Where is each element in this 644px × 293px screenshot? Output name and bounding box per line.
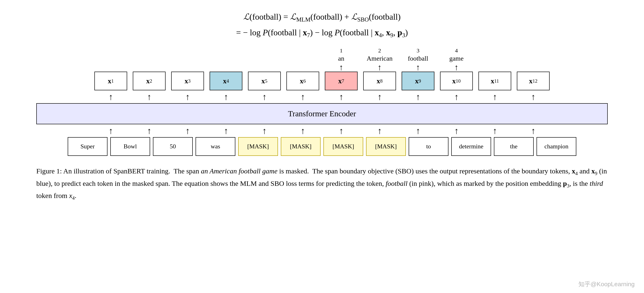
up-arrow-4: ↑ (210, 92, 242, 102)
formula-cal-L: ℒ (243, 12, 250, 21)
figure-caption: Figure 1: An illustration of SpanBERT tr… (29, 165, 615, 202)
up-arrow-5: ↑ (248, 92, 281, 102)
formula-line1: ℒ(football) = ℒMLM(football) + ℒSBO(foot… (19, 9, 625, 25)
token-x6: x6 (286, 72, 319, 90)
watermark: 知乎@KoopLearning (578, 280, 635, 288)
formula-line2: = − log P(football | x7) − log P(footbal… (19, 25, 625, 41)
input-token-determine: determine (451, 137, 491, 156)
input-token-super: Super (68, 137, 108, 156)
encoder-label: Transformer Encoder (288, 109, 356, 118)
token-x9: x9 (402, 72, 434, 90)
up-arrow-11: ↑ (478, 92, 511, 102)
arrow-to-x7: ↑ (416, 63, 420, 72)
down-arrow-9: ↑ (402, 126, 434, 136)
up-arrow-10: ↑ (440, 92, 473, 102)
input-token-to: to (409, 137, 448, 156)
token-x11: x11 (478, 72, 511, 90)
down-arrow-7: ↑ (325, 126, 358, 136)
up-arrow-3: ↑ (171, 92, 204, 102)
down-arrow-3: ↑ (171, 126, 204, 136)
down-arrow-4: ↑ (210, 126, 242, 136)
up-arrow-8: ↑ (363, 92, 396, 102)
down-arrow-6: ↑ (286, 126, 319, 136)
input-token-champion: champion (536, 137, 576, 156)
input-token-mask-4: [MASK] (366, 137, 406, 156)
input-token-mask-1: [MASK] (238, 137, 278, 156)
token-x12: x12 (517, 72, 550, 90)
up-arrow-9: ↑ (402, 92, 434, 102)
up-arrows-row-1: ↑ ↑ ↑ ↑ ↑ ↑ ↑ ↑ ↑ ↑ ↑ ↑ (92, 90, 552, 103)
down-arrow-1: ↑ (94, 126, 127, 136)
token-x1: x1 (94, 72, 127, 90)
caption-football-italic: football (386, 180, 408, 187)
caption-text3: (in pink), which as marked by the positi… (408, 180, 590, 187)
arrow-to-x6: ↑ (378, 63, 382, 72)
up-arrow-1: ↑ (94, 92, 127, 102)
up-arrow-12: ↑ (517, 92, 550, 102)
token-x4: x4 (210, 72, 242, 90)
main-container: ℒ(football) = ℒMLM(football) + ℒSBO(foot… (19, 9, 625, 202)
token-x7: x7 (325, 72, 358, 90)
span-label-2: 2 American ↑ (360, 47, 399, 72)
caption-third-italic: third (590, 180, 603, 187)
input-token-mask-3: [MASK] (324, 137, 363, 156)
span-text-italic: an American football game (201, 167, 278, 175)
caption-text4: token from x4. (36, 192, 76, 199)
up-arrow-2: ↑ (133, 92, 166, 102)
arrow-to-x8: ↑ (454, 63, 458, 72)
token-x5: x5 (248, 72, 281, 90)
input-token-mask-2: [MASK] (281, 137, 320, 156)
encoder-box: Transformer Encoder (36, 103, 608, 124)
caption-text1: An illustration of SpanBERT training. Th… (63, 167, 201, 175)
down-arrow-11: ↑ (478, 126, 511, 136)
token-x3: x3 (171, 72, 204, 90)
token-x8: x8 (363, 72, 396, 90)
figure-label: Figure 1: (36, 167, 62, 175)
diagram-wrapper: 1 an ↑ 2 American ↑ 3 football ↑ 4 game (19, 47, 625, 156)
down-arrow-10: ↑ (440, 126, 473, 136)
down-arrow-12: ↑ (517, 126, 550, 136)
formula-section: ℒ(football) = ℒMLM(football) + ℒSBO(foot… (19, 9, 625, 40)
down-arrow-8: ↑ (363, 126, 396, 136)
down-arrows-row-1: ↑ ↑ ↑ ↑ ↑ ↑ ↑ ↑ ↑ ↑ ↑ ↑ (92, 124, 552, 137)
output-tokens-row: x1 x2 x3 x4 x5 x6 x7 x8 x9 x10 x11 x12 (92, 72, 552, 90)
input-tokens-row: Super Bowl 50 was [MASK] [MASK] [MASK] [… (66, 137, 578, 156)
input-token-bowl: Bowl (110, 137, 150, 156)
input-token-was: was (196, 137, 235, 156)
token-x10: x10 (440, 72, 473, 90)
span-label-4: 4 game ↑ (437, 47, 476, 72)
span-label-group: 1 an ↑ 2 American ↑ 3 football ↑ 4 game (322, 47, 476, 72)
token-x2: x2 (133, 72, 166, 90)
span-labels-outer: 1 an ↑ 2 American ↑ 3 football ↑ 4 game (168, 47, 476, 72)
down-arrow-2: ↑ (133, 126, 166, 136)
input-token-50: 50 (153, 137, 193, 156)
up-arrow-6: ↑ (286, 92, 319, 102)
span-label-3: 3 football ↑ (399, 47, 437, 72)
arrow-to-x5: ↑ (339, 63, 343, 72)
input-token-the: the (494, 137, 534, 156)
up-arrow-7: ↑ (325, 92, 358, 102)
span-label-1: 1 an ↑ (322, 47, 360, 72)
down-arrow-5: ↑ (248, 126, 281, 136)
